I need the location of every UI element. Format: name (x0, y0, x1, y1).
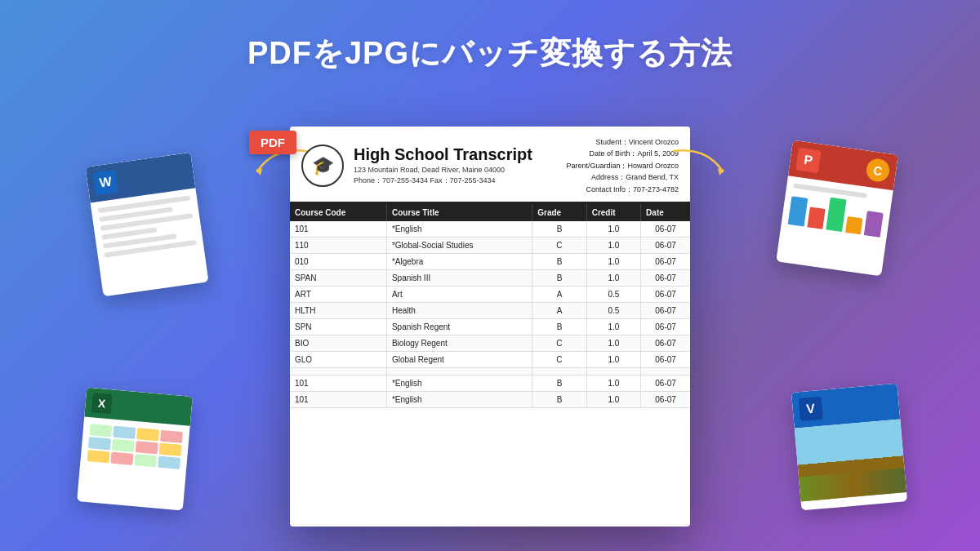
cell-grade: A (532, 302, 586, 318)
transcript-table: Course Code Course Title Grade Credit Da… (290, 204, 690, 408)
cell-code: 101 (290, 375, 386, 391)
cell-date: 06-07 (641, 237, 690, 253)
table-row: 101*EnglishB1.006-07 (290, 375, 690, 391)
cell-title: Spanish III (386, 269, 532, 286)
cell-date: 06-07 (641, 269, 690, 286)
cell-grade: C (532, 335, 586, 351)
student-address: Address：Grand Bend, TX (566, 171, 679, 183)
word-card-content (91, 188, 205, 269)
cell-title: *English (386, 375, 532, 391)
cell-title: Biology Regent (386, 335, 532, 351)
cell-credit: 1.0 (586, 221, 640, 238)
cell-credit: 0.5 (586, 302, 640, 318)
table-row: GLOGlobal RegentC1.006-07 (290, 351, 690, 367)
cell-date: 06-07 (641, 221, 690, 238)
table-row (290, 367, 690, 375)
cell-grade: B (532, 221, 586, 238)
page-title: PDFをJPGにバッチ変換する方法 (0, 0, 980, 74)
excel-cell (112, 439, 135, 452)
excel-cell (88, 437, 111, 450)
student-name: Student：Vincent Orozco (566, 136, 679, 148)
cell-credit: 0.5 (586, 286, 640, 302)
cell-code: BIO (290, 335, 386, 351)
cell-grade (532, 367, 586, 375)
ppt-icon: P (795, 148, 822, 174)
cell-title: *Algebra (386, 253, 532, 269)
excel-cell (110, 452, 133, 465)
student-info: Student：Vincent Orozco Date of Birth：Apr… (566, 136, 679, 195)
cell-date: 06-07 (641, 253, 690, 269)
cell-date: 06-07 (641, 318, 690, 335)
cell-code: 010 (290, 253, 386, 269)
transcript-document: 🎓 High School Transcript 123 Mountain Ro… (290, 127, 690, 527)
excel-cell (136, 441, 158, 454)
cell-grade: C (532, 237, 586, 253)
excel-cell (113, 426, 136, 439)
cell-date: 06-07 (641, 335, 690, 351)
cell-code (290, 367, 386, 375)
cell-code: 101 (290, 221, 386, 238)
excel-grid (80, 416, 190, 476)
cell-credit: 1.0 (586, 351, 640, 367)
excel-cell (136, 428, 159, 441)
cell-date: 06-07 (641, 391, 690, 407)
cell-grade: C (532, 351, 586, 367)
right-arrow-decoration (666, 143, 731, 184)
table-row: 101*EnglishB1.006-07 (290, 391, 690, 407)
ppt-bar-5 (864, 211, 884, 237)
table-row: 101*EnglishB1.006-07 (290, 221, 690, 238)
excel-cell (134, 454, 157, 467)
cell-date: 06-07 (641, 286, 690, 302)
cell-code: ART (290, 286, 386, 302)
cell-date (641, 367, 690, 375)
transcript-header: 🎓 High School Transcript 123 Mountain Ro… (290, 127, 690, 204)
cell-code: GLO (290, 351, 386, 367)
cell-grade: B (532, 253, 586, 269)
ppt-chart (788, 192, 884, 237)
cell-credit: 1.0 (586, 237, 640, 253)
cell-grade: B (532, 269, 586, 286)
school-phone: Phone：707-255-3434 Fax：707-255-3434 (354, 176, 532, 186)
word-document-card: W (85, 153, 208, 297)
cell-credit: 1.0 (586, 269, 640, 286)
excel-icon: X (91, 393, 113, 414)
excel-cell (87, 450, 109, 463)
cell-code: HLTH (290, 302, 386, 318)
table-row: HLTHHealthA0.506-07 (290, 302, 690, 318)
cell-title: *English (386, 391, 532, 407)
cell-title: *Global-Social Studies (386, 237, 532, 253)
word-icon: W (93, 170, 119, 196)
cell-date: 06-07 (641, 351, 690, 367)
cell-credit (586, 367, 640, 375)
col-header-title: Course Title (386, 204, 532, 221)
excel-cell (160, 430, 183, 443)
cell-grade: B (532, 375, 586, 391)
ppt-bar-2 (807, 207, 826, 229)
cell-code: 110 (290, 237, 386, 253)
visio-document-card: V (791, 384, 907, 511)
excel-cell (158, 456, 180, 469)
student-contact: Contact Info：707-273-4782 (566, 184, 679, 195)
visio-icon: V (799, 397, 823, 421)
ppt-bar-4 (845, 216, 863, 235)
excel-document-card: X (77, 388, 193, 511)
cell-date: 06-07 (641, 375, 690, 391)
cell-credit: 1.0 (586, 375, 640, 391)
cell-code: 101 (290, 391, 386, 407)
cell-credit: 1.0 (586, 391, 640, 407)
cell-title: Spanish Regent (386, 318, 532, 335)
school-address: 123 Mountain Road, Dead River, Maine 040… (354, 166, 532, 174)
cell-title: Global Regent (386, 351, 532, 367)
col-header-grade: Grade (532, 204, 586, 221)
cell-grade: B (532, 391, 586, 407)
ppt-bar-1 (788, 196, 808, 226)
ppt-bar-3 (826, 198, 846, 232)
table-row: BIOBiology RegentC1.006-07 (290, 335, 690, 351)
cell-code: SPAN (290, 269, 386, 286)
cell-title: *English (386, 221, 532, 238)
table-row: 010*AlgebraB1.006-07 (290, 253, 690, 269)
table-row: SPNSpanish RegentB1.006-07 (290, 318, 690, 335)
transcript-title: High School Transcript (354, 144, 532, 164)
cell-date: 06-07 (641, 302, 690, 318)
cell-credit: 1.0 (586, 318, 640, 335)
